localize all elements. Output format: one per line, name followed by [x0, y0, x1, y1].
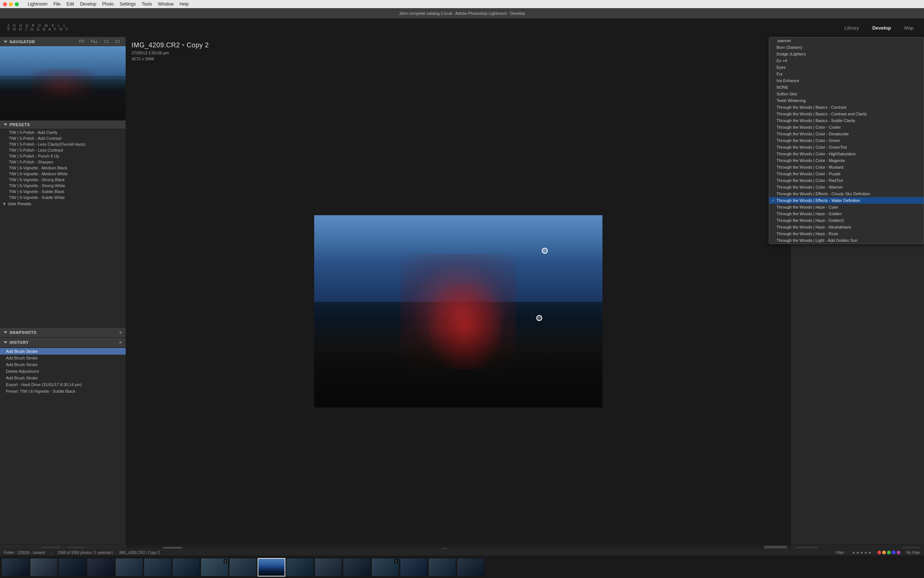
- dropdown-ttw-color-purple[interactable]: Through the Woods | Color - Purple: [769, 170, 924, 177]
- dropdown-soften[interactable]: Soften Skin: [769, 91, 924, 97]
- star-3[interactable]: ★: [860, 550, 863, 555]
- dropdown-dodge[interactable]: Dodge (Lighten): [769, 51, 924, 57]
- film-thumb-8[interactable]: 3: [201, 558, 228, 576]
- menu-develop[interactable]: Develop: [80, 2, 96, 6]
- dropdown-ttw-light-brighten[interactable]: Through the Woods | Light - Brighten: [769, 244, 924, 244]
- history-item[interactable]: Preset: TtW | 6-Vignette - Subtle Black: [0, 388, 126, 395]
- history-item[interactable]: Add Brush Stroke: [0, 348, 126, 355]
- dropdown-iris[interactable]: Iris Enhance: [769, 77, 924, 84]
- menu-edit[interactable]: Edit: [66, 2, 74, 6]
- history-item[interactable]: Add Brush Stroke: [0, 361, 126, 368]
- film-thumb-10-active[interactable]: [257, 558, 285, 576]
- star-2[interactable]: ★: [856, 550, 859, 555]
- preset-item[interactable]: TtW | 5-Polish - Add Clarity: [0, 130, 126, 135]
- nav-tab-library[interactable]: Library: [841, 24, 862, 32]
- preset-item[interactable]: TtW | 5-Polish - Add Contrast: [0, 135, 126, 141]
- color-label-filters[interactable]: [877, 550, 900, 554]
- nav-fit-button[interactable]: FIT: [77, 39, 86, 44]
- dropdown-ttw-haze-cyan[interactable]: Through the Woods | Haze - Cyan: [769, 204, 924, 210]
- close-window-button[interactable]: [3, 2, 7, 6]
- dropdown-teeth[interactable]: Teeth Whitening: [769, 97, 924, 104]
- preset-item[interactable]: TtW | 6-Vignette - Medium Black: [0, 165, 126, 171]
- dropdown-ttw-light-golden[interactable]: Through the Woods | Light - Add Golden S…: [769, 237, 924, 244]
- blue-label-filter[interactable]: [892, 550, 895, 554]
- film-thumb-7[interactable]: [172, 558, 200, 576]
- menu-lightroom[interactable]: Lightroom: [28, 2, 47, 6]
- film-thumb-4[interactable]: [87, 558, 115, 576]
- menu-window[interactable]: Window: [158, 2, 174, 6]
- dropdown-ttw-basics-contrast-clarity[interactable]: Through the Woods | Basics - Contrast an…: [769, 110, 924, 117]
- dropdown-ttw-color-redtint[interactable]: Through the Woods | Color - RedTint: [769, 177, 924, 184]
- film-thumb-5[interactable]: [115, 558, 143, 576]
- no-filter-label[interactable]: No Filter: [906, 550, 920, 555]
- film-thumb-2[interactable]: [30, 558, 58, 576]
- dropdown-ttw-color-greentint[interactable]: Through the Woods | Color - GreenTint: [769, 144, 924, 151]
- star-4[interactable]: ★: [864, 550, 867, 555]
- nav-fill-button[interactable]: FILL: [89, 39, 100, 44]
- red-label-filter[interactable]: [877, 550, 881, 554]
- star-5[interactable]: ★: [868, 550, 872, 555]
- nav-tab-map[interactable]: Map: [901, 24, 917, 32]
- snapshots-add-button[interactable]: +: [119, 330, 122, 335]
- dropdown-ttw-color-warmer[interactable]: Through the Woods | Color - Warmer: [769, 184, 924, 190]
- presets-header[interactable]: Presets: [0, 120, 126, 129]
- navigator-header[interactable]: Navigator FIT FILL 1:1 3:1: [0, 37, 126, 46]
- preset-item[interactable]: TtW | 5-Polish - Less Contrast: [0, 147, 126, 153]
- dropdown-ttw-haze-golden2[interactable]: Through the Woods | Haze - Golden2: [769, 217, 924, 224]
- dropdown-burn[interactable]: Burn (Darken): [769, 44, 924, 51]
- history-header[interactable]: History ×: [0, 338, 126, 347]
- menu-file[interactable]: File: [53, 2, 60, 6]
- menu-photo[interactable]: Photo: [102, 2, 113, 6]
- history-close-button[interactable]: ×: [119, 339, 122, 346]
- dropdown-ttw-color-highsat[interactable]: Through the Woods | Color - HighSaturati…: [769, 151, 924, 157]
- dropdown-ttw-effects-water[interactable]: Through the Woods | Effects - Water Defi…: [769, 197, 924, 204]
- film-thumb-16[interactable]: [428, 558, 456, 576]
- menu-help[interactable]: Help: [180, 2, 189, 6]
- film-thumb-11[interactable]: [286, 558, 314, 576]
- dropdown-ttw-effects-cloudy[interactable]: Through the Woods | Effects - Cloudy Sky…: [769, 190, 924, 197]
- preset-item[interactable]: TtW | 5-Polish - Punch It Up: [0, 153, 126, 159]
- history-item[interactable]: Delete Adjustment: [0, 368, 126, 375]
- menu-tools[interactable]: Tools: [142, 2, 152, 6]
- dropdown-fur[interactable]: Fur: [769, 71, 924, 77]
- nav-tab-develop[interactable]: Develop: [869, 24, 894, 32]
- maximize-window-button[interactable]: [15, 2, 19, 6]
- preset-item[interactable]: TtW | 6-Vignette - Subtle Black: [0, 188, 126, 195]
- nav-1to1-button[interactable]: 1:1: [102, 39, 111, 44]
- dropdown-ttw-haze-neutral[interactable]: Through the Woods | Haze - NeutralHaze: [769, 224, 924, 231]
- traffic-lights[interactable]: [3, 2, 19, 6]
- dropdown-ttw-color-mustard[interactable]: Through the Woods | Color - Mustard: [769, 164, 924, 170]
- film-thumb-6[interactable]: [144, 558, 172, 576]
- green-label-filter[interactable]: [887, 550, 891, 554]
- minimize-window-button[interactable]: [9, 2, 13, 6]
- dropdown-ttw-basics-contrast[interactable]: Through the Woods | Basics - Contrast: [769, 104, 924, 110]
- dropdown-ex4[interactable]: Ex +4: [769, 57, 924, 64]
- film-thumb-1[interactable]: [2, 558, 29, 576]
- user-presets-header[interactable]: User Presets: [0, 200, 126, 207]
- dropdown-ttw-haze-golden[interactable]: Through the Woods | Haze - Golden: [769, 210, 924, 217]
- dropdown-none[interactable]: NONE: [769, 84, 924, 91]
- history-item[interactable]: Export - Hard Drive (31/01/17 6:30:14 pm…: [0, 381, 126, 388]
- dropdown-ttw-color-green[interactable]: Through the Woods | Color - Green: [769, 137, 924, 144]
- dropdown-ttw-color-desat[interactable]: Through the Woods | Color - Desaturate: [769, 130, 924, 137]
- preset-item[interactable]: TtW | 6-Vignette - Medium White: [0, 171, 126, 177]
- preset-item[interactable]: TtW | 5-Polish - Less Clarity(Overall Ha…: [0, 141, 126, 147]
- film-thumb-3[interactable]: [58, 558, 86, 576]
- dropdown-eyes[interactable]: Eyes: [769, 64, 924, 71]
- brush-pin-1[interactable]: [542, 248, 548, 254]
- preset-item[interactable]: TtW | 6-Vignette - Strong Black: [0, 177, 126, 183]
- film-thumb-12[interactable]: [314, 558, 342, 576]
- history-item[interactable]: Add Brush Stroke: [0, 355, 126, 361]
- preset-item[interactable]: TtW | 5-Polish - Sharpen: [0, 159, 126, 165]
- preset-item[interactable]: TtW | 6-Vignette - Strong White: [0, 183, 126, 188]
- snapshots-header[interactable]: Snapshots +: [0, 328, 126, 337]
- film-thumb-17[interactable]: [457, 558, 485, 576]
- yellow-label-filter[interactable]: [882, 550, 886, 554]
- nav-3to1-button[interactable]: 3:1: [113, 39, 122, 44]
- star-rating[interactable]: ★ ★ ★ ★ ★: [852, 550, 872, 555]
- preset-item[interactable]: TtW | 6-Vignette - Subtle White: [0, 195, 126, 200]
- film-thumb-15[interactable]: [400, 558, 428, 576]
- purple-label-filter[interactable]: [896, 550, 900, 554]
- brush-pin-2[interactable]: [536, 315, 542, 321]
- dropdown-ttw-basics-subtle[interactable]: Through the Woods | Basics - Subtle Clar…: [769, 117, 924, 124]
